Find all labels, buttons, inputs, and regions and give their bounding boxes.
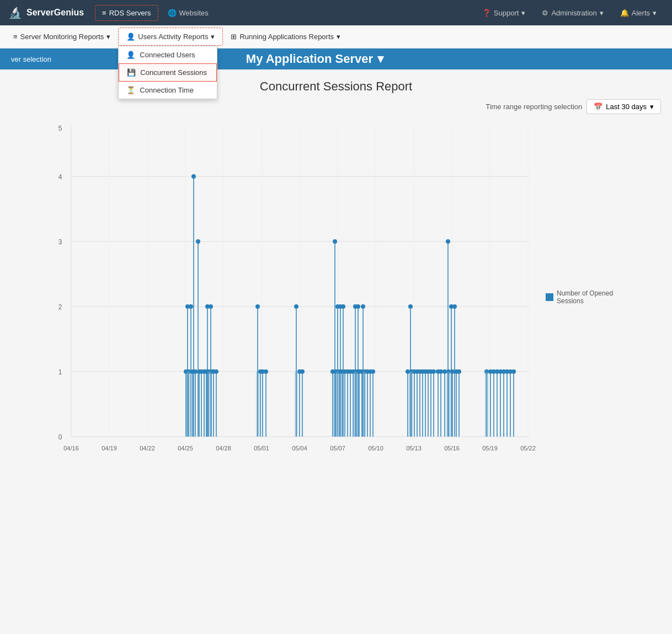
chart-svg: 0 1 2 3 4 5 04/16 04/19 04/22 04/25	[44, 120, 540, 461]
svg-text:04/28: 04/28	[216, 445, 231, 452]
report-title-wrapper: Concurrent Sessions Report	[0, 79, 672, 94]
svg-rect-203	[208, 372, 211, 437]
svg-text:0: 0	[58, 433, 62, 441]
nav-alerts[interactable]: 🔔 Alerts ▾	[613, 5, 664, 21]
connected-users-icon: 👤	[126, 51, 135, 59]
svg-point-91	[300, 369, 305, 374]
svg-point-46	[189, 304, 193, 309]
svg-rect-209	[485, 372, 488, 437]
websites-icon: 🌐	[168, 9, 177, 17]
chart-wrapper: 0 1 2 3 4 5 04/16 04/19 04/22 04/25	[44, 120, 628, 463]
server-name-label: My Application Server	[246, 52, 373, 66]
nav-support[interactable]: ❓ Support ▾	[475, 5, 533, 21]
subnav-server-monitoring[interactable]: ≡ Server Monitoring Reports ▾	[6, 28, 118, 45]
svg-text:05/07: 05/07	[330, 445, 345, 452]
admin-caret: ▾	[600, 9, 604, 17]
brand: 🔬 ServerGenius	[8, 6, 84, 19]
server-dropdown-icon: ▾	[377, 52, 383, 66]
svg-text:05/04: 05/04	[292, 445, 307, 452]
time-range-caret: ▾	[650, 103, 654, 111]
legend-item: Number of Opened Sessions	[546, 289, 628, 305]
svg-point-41	[196, 239, 200, 244]
svg-text:05/22: 05/22	[520, 445, 536, 452]
running-apps-caret: ▾	[337, 33, 340, 41]
svg-text:4: 4	[58, 173, 62, 181]
nav-administration[interactable]: ⚙ Administration ▾	[535, 5, 610, 21]
users-activity-dropdown-menu: 👤 Connected Users 💾 Concurrent Sessions …	[118, 46, 217, 99]
svg-text:05/01: 05/01	[254, 445, 269, 452]
alerts-label: Alerts	[632, 9, 650, 17]
svg-rect-205	[354, 372, 358, 437]
chart-area: 0 1 2 3 4 5 04/16 04/19 04/22 04/25	[44, 120, 540, 463]
svg-point-105	[356, 304, 360, 309]
time-range-value: Last 30 days	[606, 103, 647, 111]
svg-point-144	[446, 239, 450, 244]
nav-websites[interactable]: 🌐 Websites	[161, 5, 216, 21]
svg-rect-204	[335, 372, 339, 437]
support-label: Support	[494, 9, 519, 17]
svg-text:2: 2	[58, 303, 62, 311]
svg-text:04/22: 04/22	[140, 445, 155, 452]
users-activity-label: Users Activity Reports	[138, 33, 208, 41]
server-selection-bar: ver selection My Application Server ▾	[0, 49, 672, 69]
svg-text:05/13: 05/13	[406, 445, 422, 452]
server-monitoring-icon: ≡	[13, 33, 18, 41]
top-navbar: 🔬 ServerGenius ≡ RDS Servers 🌐 Websites …	[0, 0, 672, 25]
subnav-running-apps[interactable]: ⊞ Running Applications Reports ▾	[223, 28, 348, 45]
svg-point-84	[264, 369, 268, 374]
users-activity-icon: 👤	[126, 33, 135, 41]
legend-color-box	[546, 293, 553, 301]
subnav-users-activity[interactable]: 👤 Users Activity Reports ▾	[118, 28, 223, 46]
navbar-items: ≡ RDS Servers 🌐 Websites	[95, 5, 475, 21]
dropdown-concurrent-sessions[interactable]: 💾 Concurrent Sessions	[119, 63, 217, 82]
time-range-wrapper: Time range reporting selection 📅 Last 30…	[0, 99, 672, 114]
websites-label: Websites	[179, 9, 209, 17]
time-range-button[interactable]: 📅 Last 30 days ▾	[586, 99, 661, 114]
svg-rect-206	[362, 372, 366, 437]
alerts-icon: 🔔	[620, 9, 629, 17]
svg-text:04/19: 04/19	[102, 445, 117, 452]
navbar-right: ❓ Support ▾ ⚙ Administration ▾ 🔔 Alerts …	[475, 5, 664, 21]
legend-label: Number of Opened Sessions	[557, 289, 628, 305]
report-title: Concurrent Sessions Report	[0, 79, 672, 94]
svg-point-172	[439, 369, 443, 374]
svg-point-59	[193, 369, 198, 374]
svg-text:04/25: 04/25	[178, 445, 193, 452]
svg-point-141	[408, 304, 413, 309]
svg-point-168	[431, 369, 436, 374]
svg-text:1: 1	[58, 368, 62, 376]
running-apps-icon: ⊞	[231, 33, 237, 41]
dropdown-connection-time[interactable]: ⏳ Connection Time	[119, 82, 217, 99]
svg-point-174	[442, 369, 447, 374]
calendar-icon: 📅	[594, 103, 602, 111]
svg-text:05/16: 05/16	[444, 445, 460, 452]
secondary-nav: ≡ Server Monitoring Reports ▾ 👤 Users Ac…	[0, 25, 672, 49]
chart-legend: Number of Opened Sessions	[546, 120, 628, 463]
svg-point-138	[371, 369, 375, 374]
server-selection-text: ver selection	[11, 55, 51, 63]
admin-icon: ⚙	[542, 9, 548, 17]
svg-point-78	[255, 304, 260, 309]
running-apps-label: Running Applications Reports	[239, 33, 334, 41]
dropdown-connected-users[interactable]: 👤 Connected Users	[119, 46, 217, 63]
svg-point-148	[452, 304, 457, 309]
svg-point-108	[361, 304, 365, 309]
svg-point-100	[341, 304, 345, 309]
users-activity-dropdown-container: 👤 Users Activity Reports ▾ 👤 Connected U…	[118, 28, 223, 46]
connection-time-label: Connection Time	[140, 86, 194, 94]
nav-rds-servers[interactable]: ≡ RDS Servers	[95, 5, 158, 21]
svg-point-39	[191, 174, 196, 179]
users-activity-caret: ▾	[211, 33, 215, 41]
concurrent-sessions-label: Concurrent Sessions	[140, 68, 207, 77]
svg-text:05/19: 05/19	[482, 445, 498, 452]
server-monitoring-caret: ▾	[106, 33, 110, 41]
svg-text:3: 3	[58, 238, 62, 246]
svg-point-87	[294, 304, 298, 309]
connected-users-label: Connected Users	[140, 51, 195, 59]
svg-point-182	[457, 369, 461, 374]
server-name-button[interactable]: My Application Server ▾	[246, 52, 383, 66]
rds-icon: ≡	[102, 9, 106, 17]
svg-rect-202	[186, 372, 190, 437]
rds-label: RDS Servers	[109, 9, 151, 17]
svg-point-51	[209, 304, 213, 309]
